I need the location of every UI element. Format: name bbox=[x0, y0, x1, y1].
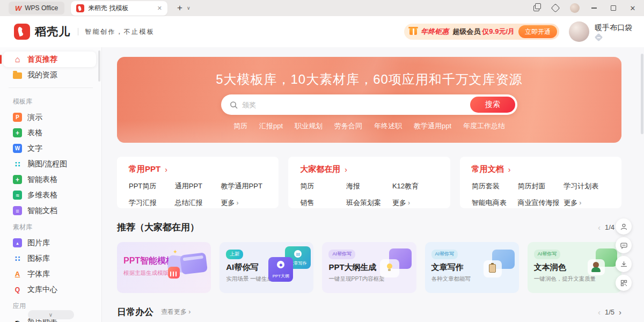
panel-link[interactable]: 班会策划案 bbox=[346, 198, 392, 208]
sidebar-item-smart-sheet[interactable]: + 智能表格 bbox=[0, 172, 101, 187]
search-bar[interactable]: 搜索 bbox=[221, 94, 517, 115]
promo-member-text: 超级会员 bbox=[452, 27, 480, 36]
panel-link[interactable]: 销售 bbox=[300, 198, 346, 208]
chevron-right-icon: › bbox=[579, 199, 581, 207]
panel-link[interactable]: 通用PPT bbox=[175, 181, 221, 191]
quick-panels: 常用PPT › PPT简历 通用PPT 教学通用PPT 学习汇报 总结汇报 更多… bbox=[117, 157, 621, 208]
sidebar-item-label: 智能表格 bbox=[27, 175, 57, 185]
panel-link[interactable]: 学习计划表 bbox=[564, 181, 610, 191]
daily-heading-row: 日常办公 查看更多 › ‹ 1/5 › bbox=[117, 306, 621, 318]
pager-next-icon[interactable]: › bbox=[619, 308, 621, 317]
card-article-writing[interactable]: AI帮你写 文章写作 各种文章都能写 bbox=[425, 242, 519, 293]
panel-link[interactable]: 海报 bbox=[346, 181, 392, 191]
sidebar-item-library-center[interactable]: Q 文库中心 bbox=[0, 282, 101, 297]
panel-link[interactable]: 简历 bbox=[300, 181, 346, 191]
panel-link[interactable]: 简历封面 bbox=[517, 181, 564, 191]
sidebar-item-my-resources[interactable]: 我的资源 bbox=[0, 67, 101, 83]
sidebar-item-image-library[interactable]: ▴ 图片库 bbox=[0, 235, 101, 251]
feedback-button[interactable] bbox=[616, 237, 632, 253]
hot-tag[interactable]: 劳务合同 bbox=[334, 121, 362, 131]
download-button[interactable] bbox=[616, 256, 632, 272]
tab-wps-office[interactable]: W WPS Office bbox=[9, 2, 64, 14]
panel-link[interactable]: 智能电商表 bbox=[472, 198, 518, 208]
panel-link[interactable]: 教学通用PPT bbox=[221, 181, 267, 191]
search-button[interactable]: 搜索 bbox=[470, 97, 515, 113]
restore-button[interactable] bbox=[606, 1, 620, 15]
hot-tag[interactable]: 职业规划 bbox=[295, 121, 323, 131]
panel-link[interactable]: 总结汇报 bbox=[175, 198, 221, 208]
sidebar-item-icon-library[interactable]: ∷ 图标库 bbox=[0, 251, 101, 266]
minimize-button[interactable] bbox=[587, 1, 601, 15]
new-tab-button[interactable]: + bbox=[174, 3, 186, 13]
username: 暖手布口袋 bbox=[595, 23, 632, 33]
workspace-cube-icon[interactable] bbox=[548, 1, 562, 15]
sidebar-item-font-library[interactable]: A 字体库 bbox=[0, 266, 101, 282]
titlebar-avatar[interactable] bbox=[568, 1, 582, 15]
sidebar-item-presentation[interactable]: P 演示 bbox=[0, 109, 101, 125]
panel-title-link[interactable]: 常用PPT › bbox=[129, 164, 267, 174]
card-title: AI帮你写 bbox=[226, 262, 307, 273]
sidebar-item-label: 多维表格 bbox=[27, 191, 57, 200]
card-title: 文本润色 bbox=[534, 262, 615, 273]
panel-title-link[interactable]: 大家都在用 › bbox=[300, 164, 438, 174]
panel-title-link[interactable]: 常用文档 › bbox=[472, 164, 610, 174]
panel-link[interactable]: K12教育 bbox=[392, 181, 438, 191]
hot-tag[interactable]: 年度工作总结 bbox=[463, 121, 505, 131]
main-content: 5大模板库，10大素材库，60项应用和千万文库资源 搜索 简历 汇报ppt 职业… bbox=[102, 47, 644, 322]
sidebar-scrollbar[interactable] bbox=[98, 50, 100, 82]
sidebar-item-mindmap[interactable]: ∷ 脑图/流程图 bbox=[0, 156, 101, 172]
close-button[interactable]: ✕ bbox=[626, 1, 640, 15]
sidebar-item-smart-doc[interactable]: ≡ 智能文档 bbox=[0, 203, 101, 218]
panel-link[interactable]: 简历套装 bbox=[472, 181, 518, 191]
tab-list-caret-icon[interactable]: ∨ bbox=[187, 5, 191, 11]
qr-code-button[interactable] bbox=[616, 275, 632, 291]
hero-title: 5大模板库，10大素材库，60项应用和千万文库资源 bbox=[117, 57, 621, 88]
tab-docer[interactable]: 来稻壳 找模板 ✕ bbox=[71, 1, 167, 16]
panel-link[interactable]: 商业宣传海报 bbox=[517, 198, 564, 208]
search-input[interactable] bbox=[242, 101, 470, 109]
panel-link[interactable]: PPT简历 bbox=[129, 181, 175, 191]
member-level-badge-icon bbox=[595, 33, 603, 42]
hot-tag[interactable]: 简历 bbox=[233, 121, 247, 131]
sidebar-item-label: 图片库 bbox=[27, 238, 50, 248]
card-title: PPT大纲生成 bbox=[328, 262, 409, 273]
tab-close-icon[interactable]: ✕ bbox=[157, 5, 162, 12]
profile-button[interactable] bbox=[616, 218, 632, 235]
card-ppt-outline[interactable]: AI帮你写 PPT大纲生成 一键呈现PPT内容框架 bbox=[322, 242, 416, 293]
sidebar-item-home[interactable]: ⌂ 首页推荐 bbox=[3, 52, 96, 67]
hot-tag[interactable]: 汇报ppt bbox=[259, 121, 283, 131]
pager-prev-icon[interactable]: ‹ bbox=[598, 223, 601, 232]
search-icon bbox=[230, 101, 238, 109]
pager-prev-icon[interactable]: ‹ bbox=[598, 308, 601, 317]
open-membership-button[interactable]: 立即开通 bbox=[518, 25, 557, 38]
membership-promo-banner[interactable]: 年终钜惠 超级会员 仅9.9元/月 立即开通 bbox=[404, 24, 559, 40]
page-scrollbar[interactable] bbox=[641, 48, 643, 320]
sidebar-collapse-button[interactable]: ∨ bbox=[28, 310, 74, 319]
hot-tag[interactable]: 年终述职 bbox=[374, 121, 402, 131]
sidebar-item-multi-sheet[interactable]: ≈ 多维表格 bbox=[0, 187, 101, 203]
sidebar-item-label: 文库中心 bbox=[27, 285, 57, 295]
panel-link-more[interactable]: 更多› bbox=[564, 198, 610, 208]
user-block[interactable]: 暖手布口袋 bbox=[569, 21, 632, 42]
app-logo-text: 稻壳儿 bbox=[35, 24, 70, 39]
sidebar-group-templates: 模板库 bbox=[0, 93, 101, 109]
pager-page: 1/4 bbox=[605, 223, 614, 231]
sidebar-item-label: 表格 bbox=[27, 128, 42, 138]
card-ppt-smart-template[interactable]: PPT智能模板 根据主题生成模版 ✦ bbox=[117, 242, 211, 293]
card-ai-write[interactable]: 上新 AI帮你写 实用场景 一键生成 ▤文章写作 ◆PPT大纲 bbox=[219, 242, 313, 293]
panel-link-more[interactable]: 更多› bbox=[221, 198, 267, 208]
panel-link[interactable]: 学习汇报 bbox=[129, 198, 175, 208]
qr-code-icon bbox=[620, 279, 628, 287]
hero-banner: 5大模板库，10大素材库，60项应用和千万文库资源 搜索 简历 汇报ppt 职业… bbox=[117, 57, 621, 143]
sidebar-item-document[interactable]: W 文字 bbox=[0, 141, 101, 156]
stack-windows-icon[interactable] bbox=[529, 1, 543, 15]
sidebar-item-spreadsheet[interactable]: + 表格 bbox=[0, 125, 101, 141]
user-avatar[interactable] bbox=[569, 21, 589, 42]
docer-logo-icon bbox=[14, 24, 30, 40]
see-more-link[interactable]: 查看更多 › bbox=[161, 308, 191, 317]
hot-tag[interactable]: 教学通用ppt bbox=[414, 121, 451, 131]
card-text-polish[interactable]: AI帮你写 文本润色 一键润色，提升文案质量 bbox=[528, 242, 621, 293]
document-icon: W bbox=[13, 144, 22, 153]
panel-link-more[interactable]: 更多› bbox=[392, 198, 438, 208]
ai-badge: AI帮你写 bbox=[431, 250, 458, 259]
